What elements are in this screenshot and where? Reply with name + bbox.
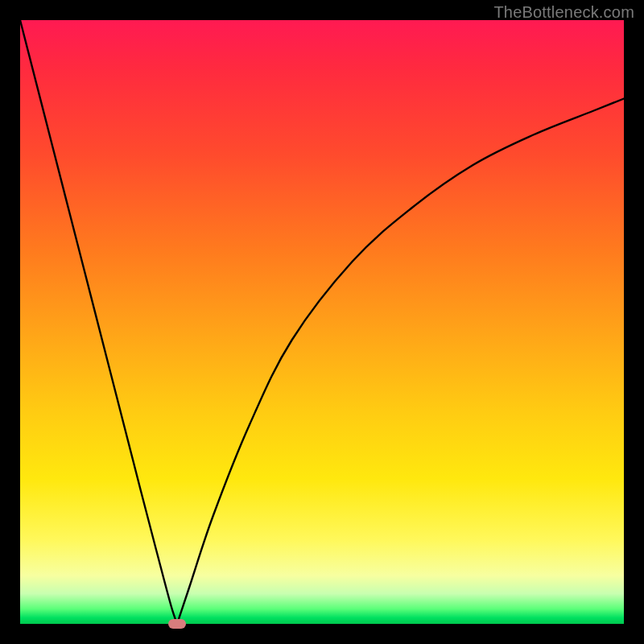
- watermark-text: TheBottleneck.com: [493, 3, 634, 22]
- plot-background-gradient: [20, 20, 624, 624]
- chart-frame: TheBottleneck.com: [0, 0, 644, 644]
